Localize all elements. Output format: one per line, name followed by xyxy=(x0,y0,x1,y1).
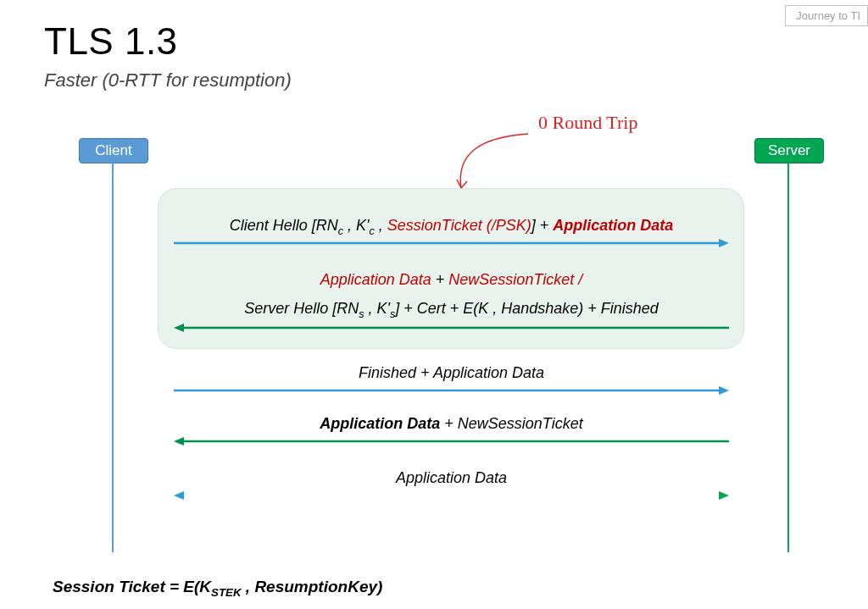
client-lifeline xyxy=(112,163,114,552)
arrow-client-hello xyxy=(174,237,729,249)
session-ticket-formula: Session Ticket = E(KSTEK , ResumptionKey… xyxy=(53,578,382,599)
msg-client-hello: Client Hello [RNc , K'c , SessionTicket … xyxy=(174,217,729,237)
arrow-server-hello xyxy=(174,322,729,334)
arrow-finished xyxy=(174,385,729,396)
slide: Journey to TI TLS 1.3 Faster (0-RTT for … xyxy=(0,0,868,609)
msg-server-hello: Server Hello [RNs , K's] + Cert + E(K , … xyxy=(174,300,729,320)
msg-finished: Finished + Application Data xyxy=(174,364,729,382)
zero-rtt-annotation: 0 Round Trip xyxy=(538,112,637,134)
svg-marker-9 xyxy=(174,491,184,500)
server-lifeline xyxy=(787,163,789,552)
arrow-appdata-both xyxy=(174,490,729,501)
msg-appdata-both: Application Data xyxy=(174,469,729,487)
msg-appdata-newticket: Application Data + NewSessionTicket xyxy=(174,415,729,433)
msg-server-appdata: Application Data + NewSessionTicket / xyxy=(174,271,729,289)
svg-marker-10 xyxy=(719,491,729,500)
slide-subtitle: Faster (0-RTT for resumption) xyxy=(44,69,292,91)
svg-marker-7 xyxy=(174,437,184,446)
arrow-appdata-newticket xyxy=(174,435,729,447)
annotation-arrow xyxy=(448,127,532,195)
svg-marker-3 xyxy=(174,324,184,332)
slide-title: TLS 1.3 xyxy=(44,20,178,63)
header-tag: Journey to TI xyxy=(785,5,868,26)
svg-marker-5 xyxy=(719,386,729,395)
server-label: Server xyxy=(754,138,824,163)
svg-marker-1 xyxy=(719,239,729,247)
client-label: Client xyxy=(79,138,148,163)
